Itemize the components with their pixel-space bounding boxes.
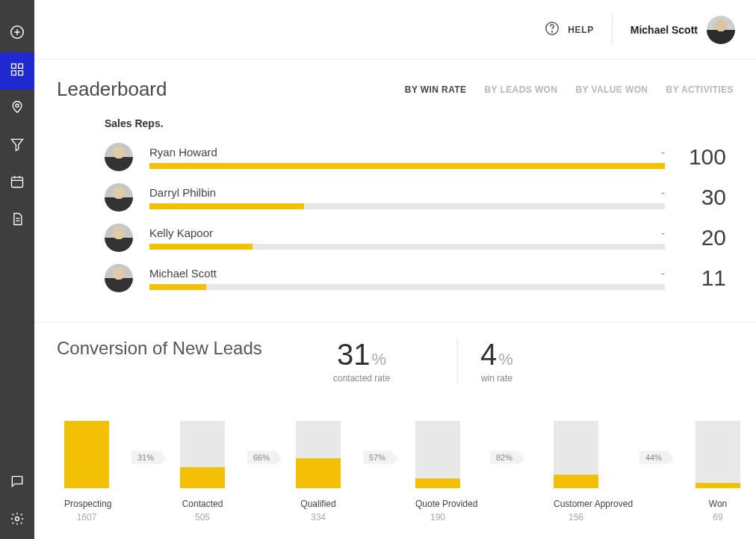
rep-delta: - (661, 267, 665, 280)
user-name: Michael Scott (630, 24, 698, 36)
calendar-icon (10, 174, 25, 192)
rep-name: Kelly Kapoor (149, 227, 213, 239)
main-content: HELP Michael Scott Leaderboard BY WIN RA… (34, 0, 756, 539)
gear-icon (10, 511, 25, 529)
bar-fill (149, 284, 206, 290)
avatar (105, 264, 133, 292)
pin-icon (10, 99, 25, 117)
sidebar-item-calendar[interactable] (0, 164, 34, 202)
funnel-stage-count: 69 (695, 512, 740, 523)
stat-value: 31 (337, 338, 371, 371)
leaderboard-list: Sales Reps. Ryan Howard - 100 (57, 117, 734, 292)
svg-rect-6 (19, 71, 23, 76)
funnel-fill (695, 483, 740, 488)
help-button[interactable]: HELP (544, 20, 593, 39)
sidebar (0, 0, 34, 539)
chat-icon (10, 474, 25, 492)
bar-fill (149, 244, 252, 250)
funnel-bar (415, 421, 460, 488)
bar-track (149, 203, 665, 209)
funnel-rate: 44% (639, 451, 668, 464)
bar-track (149, 284, 665, 290)
help-label: HELP (568, 25, 593, 35)
funnel-fill (180, 467, 225, 488)
funnel-stage-count: 1607 (64, 512, 109, 523)
funnel-stage-name: Customer Approved (554, 499, 598, 509)
funnel-rate: 31% (131, 451, 160, 464)
rep-value: 11 (674, 265, 726, 291)
funnel-bar (64, 421, 109, 488)
leaderboard-tabs: BY WIN RATE BY LEADS WON BY VALUE WON BY… (405, 84, 734, 95)
divider (612, 15, 613, 45)
leaderboard-row: Michael Scott - 11 (105, 264, 726, 292)
avatar (105, 224, 133, 252)
svg-marker-8 (12, 139, 23, 150)
rep-value: 30 (674, 185, 726, 210)
avatar (707, 16, 735, 44)
funnel-stage-name: Prospecting (64, 499, 109, 509)
bar-track (149, 244, 665, 250)
funnel-stage: Qualified 334 (296, 421, 341, 523)
bar-fill (149, 203, 304, 209)
sidebar-item-docs[interactable] (0, 202, 34, 239)
stat-win-rate: 4% win rate (457, 338, 536, 384)
funnel-bar (554, 421, 598, 488)
tab-value-won[interactable]: BY VALUE WON (575, 84, 648, 95)
funnel-fill (415, 478, 460, 489)
stat-value: 4 (480, 338, 497, 371)
svg-rect-5 (12, 71, 16, 76)
svg-rect-9 (12, 177, 23, 187)
funnel-bar (296, 421, 341, 488)
funnel-stage-name: Contacted (180, 499, 225, 509)
funnel-stage-name: Won (695, 499, 740, 509)
conversion-title: Conversion of New Leads (57, 338, 266, 359)
funnel-stage: Customer Approved 156 (554, 421, 598, 523)
sidebar-item-location[interactable] (0, 90, 34, 127)
user-menu[interactable]: Michael Scott (630, 16, 735, 44)
rep-delta: - (661, 186, 665, 199)
sidebar-item-filter[interactable] (0, 127, 34, 164)
conversion-section: Conversion of New Leads 31% contacted ra… (34, 322, 756, 539)
svg-point-17 (552, 31, 553, 32)
sidebar-item-settings[interactable] (0, 502, 34, 539)
sidebar-item-dashboard[interactable] (0, 52, 34, 90)
rep-name: Ryan Howard (149, 146, 217, 158)
leaderboard-row: Ryan Howard - 100 (105, 143, 726, 171)
stat-label: win rate (480, 373, 513, 384)
svg-rect-3 (12, 64, 16, 69)
bar-fill (149, 163, 665, 169)
stat-suffix: % (498, 350, 513, 369)
funnel-stage-count: 334 (296, 512, 341, 523)
funnel-stage: Won 69 (695, 421, 740, 523)
rep-name: Darryl Philbin (149, 186, 216, 199)
funnel-icon (10, 137, 25, 155)
stat-suffix: % (372, 350, 387, 369)
leaderboard-row: Kelly Kapoor - 20 (105, 224, 726, 252)
funnel-fill (554, 475, 598, 488)
rep-value: 100 (674, 144, 726, 170)
funnel-stage-name: Quote Provided (415, 499, 460, 509)
funnel-chart: Prospecting 1607 31% Contacted 505 66% Q… (57, 421, 734, 539)
bar-track (149, 163, 665, 169)
svg-rect-4 (19, 64, 23, 69)
tab-leads-won[interactable]: BY LEADS WON (484, 84, 557, 95)
topbar: HELP Michael Scott (34, 0, 756, 60)
funnel-fill (296, 458, 341, 489)
funnel-stage: Contacted 505 (180, 421, 225, 523)
funnel-rate: 82% (490, 451, 518, 464)
funnel-rate: 57% (363, 451, 391, 464)
sidebar-item-add[interactable] (0, 15, 34, 52)
sidebar-item-chat[interactable] (0, 464, 34, 502)
leaderboard-subheading: Sales Reps. (105, 117, 726, 129)
svg-point-7 (16, 104, 19, 107)
leaderboard-title: Leaderboard (57, 78, 167, 101)
tab-win-rate[interactable]: BY WIN RATE (405, 84, 467, 95)
funnel-stage: Quote Provided 190 (415, 421, 460, 523)
document-icon (10, 212, 25, 230)
stat-contacted-rate: 31% contacted rate (311, 338, 412, 384)
funnel-stage-count: 156 (554, 512, 598, 523)
rep-delta: - (661, 227, 665, 239)
svg-point-15 (16, 517, 19, 521)
tab-activities[interactable]: BY ACTIVITIES (666, 84, 734, 95)
funnel-fill (64, 421, 109, 488)
